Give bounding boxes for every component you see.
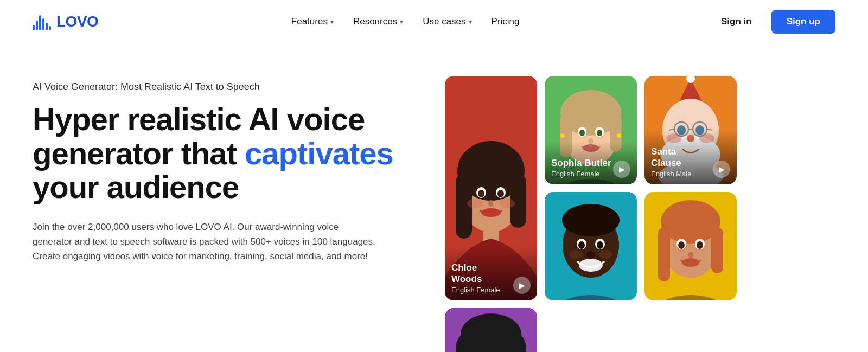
bottom3-illustration (445, 308, 537, 352)
svg-point-14 (500, 199, 515, 208)
svg-point-74 (697, 241, 703, 249)
bottom1-illustration (644, 192, 737, 300)
logo[interactable]: LOVO (33, 13, 98, 30)
voice-card-bottom2[interactable] (545, 192, 637, 300)
logo-text: LOVO (56, 13, 98, 30)
hero-description: Join the over 2,000,000 users who love L… (33, 220, 380, 264)
voice-card-chloe[interactable]: ChloeWoods English Female ▶ (445, 76, 537, 300)
chevron-down-icon: ▾ (469, 18, 472, 25)
nav-links: Features ▾ Resources ▾ Use cases ▾ Prici… (291, 16, 520, 27)
hero-section: AI Voice Generator: Most Realistic AI Te… (33, 71, 412, 264)
nav-item-usecases[interactable]: Use cases ▾ (423, 16, 471, 27)
svg-point-85 (496, 322, 515, 346)
svg-point-29 (617, 133, 621, 138)
chevron-down-icon: ▾ (400, 18, 403, 25)
svg-point-84 (467, 322, 486, 346)
nav-item-features[interactable]: Features ▾ (291, 16, 334, 27)
svg-point-76 (688, 252, 693, 258)
signup-button[interactable]: Sign up (771, 10, 835, 34)
svg-point-10 (497, 190, 504, 197)
voice-card-bottom3[interactable]: 💬 (445, 308, 537, 352)
svg-point-59 (597, 241, 603, 249)
svg-point-60 (579, 259, 603, 272)
chevron-down-icon: ▾ (330, 18, 334, 25)
svg-point-58 (578, 241, 585, 249)
svg-point-62 (570, 250, 583, 259)
hero-subtitle: AI Voice Generator: Most Realistic AI Te… (33, 81, 412, 93)
voices-grid: ChloeWoods English Female ▶ (445, 71, 835, 352)
svg-point-63 (599, 250, 612, 259)
svg-point-11 (481, 208, 501, 217)
hero-title: Hyper realistic AI voice generator that … (33, 103, 412, 204)
svg-point-12 (488, 200, 494, 207)
svg-point-61 (586, 251, 595, 259)
svg-point-75 (682, 258, 699, 267)
svg-rect-70 (711, 227, 723, 273)
hero-title-accent: captivates (245, 136, 393, 171)
voice-card-bottom1[interactable] (644, 192, 737, 300)
nav-actions: Sign in Sign up (712, 10, 835, 34)
svg-point-28 (560, 133, 565, 138)
svg-point-9 (478, 190, 484, 197)
svg-point-25 (597, 130, 602, 136)
voice-card-santa[interactable]: SantaClause English Male ▶ (644, 76, 737, 184)
sophia-play-button[interactable]: ▶ (613, 161, 630, 178)
logo-icon (33, 13, 51, 30)
voice-card-sophia[interactable]: Sophia Butler English Female ▶ (545, 76, 637, 184)
svg-rect-69 (658, 227, 670, 281)
nav-item-resources[interactable]: Resources ▾ (353, 16, 403, 27)
chloe-play-button[interactable]: ▶ (513, 277, 531, 294)
svg-point-73 (678, 241, 685, 249)
svg-point-24 (579, 130, 585, 136)
hero-title-part2: your audience (33, 169, 239, 204)
svg-point-13 (467, 199, 482, 208)
main-content: AI Voice Generator: Most Realistic AI Te… (0, 43, 868, 352)
bottom2-illustration (545, 192, 637, 300)
signin-button[interactable]: Sign in (712, 12, 761, 31)
navbar: LOVO Features ▾ Resources ▾ Use cases ▾ … (0, 0, 868, 43)
nav-item-pricing[interactable]: Pricing (492, 16, 520, 27)
svg-point-55 (562, 204, 620, 236)
santa-play-button[interactable]: ▶ (713, 161, 730, 178)
